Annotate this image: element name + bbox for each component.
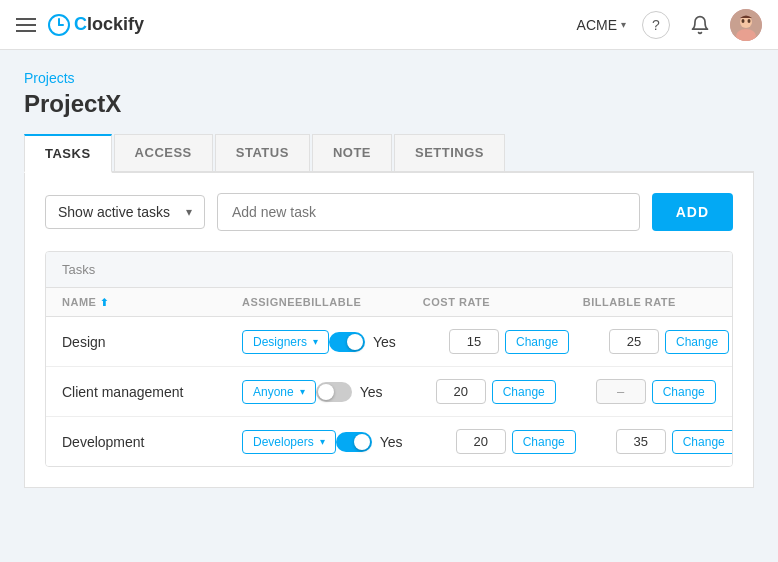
cost-rate-input[interactable] [456,429,506,454]
table-row: Client management Anyone ▾ Yes Change [46,367,732,417]
billable-label: Yes [360,384,383,400]
tasks-table: Tasks NAME ⬆ ASSIGNEE BILLABLE COST RATE… [45,251,733,467]
billable-rate-input[interactable] [609,329,659,354]
filter-arrow: ▾ [186,205,192,219]
task-name: Development [62,434,242,450]
workspace-arrow: ▾ [621,19,626,30]
cost-rate-input[interactable] [449,329,499,354]
header: Clockify ACME ▾ ? [0,0,778,50]
toolbar: Show active tasks ▾ ADD [45,193,733,231]
col-cost-rate: COST RATE [423,296,583,308]
billable-label: Yes [373,334,396,350]
sort-icon: ⬆ [100,297,109,308]
col-billable-rate: BILLABLE RATE [583,296,733,308]
tab-access[interactable]: ACCESS [114,134,213,171]
billable-toggle[interactable] [316,382,352,402]
col-billable: BILLABLE [303,296,423,308]
add-task-button[interactable]: ADD [652,193,733,231]
task-name: Client management [62,384,242,400]
workspace-selector[interactable]: ACME ▾ [577,17,626,33]
assignee-cell: Anyone ▾ [242,380,316,404]
cost-rate-input[interactable] [436,379,486,404]
logo-text: Clockify [74,14,144,35]
column-headers: NAME ⬆ ASSIGNEE BILLABLE COST RATE BILLA… [46,288,732,317]
billable-rate-change-button[interactable]: Change [672,430,733,454]
assignee-button[interactable]: Anyone ▾ [242,380,316,404]
billable-rate-input[interactable] [616,429,666,454]
billable-cell: Yes [329,332,449,352]
billable-rate-cell: Change [616,429,733,454]
cost-rate-change-button[interactable]: Change [505,330,569,354]
billable-cell: Yes [336,432,456,452]
svg-point-7 [748,19,751,23]
assignee-button[interactable]: Developers ▾ [242,430,336,454]
tasks-section-header: Tasks [46,252,732,288]
billable-rate-cell: Change [609,329,733,354]
content-card: Show active tasks ▾ ADD Tasks NAME ⬆ ASS… [24,173,754,488]
billable-cell: Yes [316,382,436,402]
billable-rate-input[interactable] [596,379,646,404]
cost-rate-cell: Change [456,429,616,454]
col-name: NAME ⬆ [62,296,242,308]
header-right: ACME ▾ ? [577,9,762,41]
svg-point-6 [742,19,745,23]
avatar[interactable] [730,9,762,41]
billable-rate-change-button[interactable]: Change [665,330,729,354]
col-assignee: ASSIGNEE [242,296,303,308]
cost-rate-change-button[interactable]: Change [492,380,556,404]
assignee-arrow-icon: ▾ [313,336,318,347]
billable-toggle[interactable] [336,432,372,452]
billable-rate-cell: Change [596,379,733,404]
assignee-arrow-icon: ▾ [300,386,305,397]
assignee-cell: Designers ▾ [242,330,329,354]
header-left: Clockify [16,14,144,36]
table-row: Development Developers ▾ Yes Change [46,417,732,466]
cost-rate-cell: Change [449,329,609,354]
logo: Clockify [48,14,144,36]
new-task-input[interactable] [217,193,640,231]
hamburger-icon[interactable] [16,18,36,32]
tabs-bar: TASKS ACCESS STATUS NOTE SETTINGS [24,134,754,173]
tab-settings[interactable]: SETTINGS [394,134,505,171]
billable-toggle[interactable] [329,332,365,352]
assignee-arrow-icon: ▾ [320,436,325,447]
help-icon[interactable]: ? [642,11,670,39]
billable-label: Yes [380,434,403,450]
cost-rate-change-button[interactable]: Change [512,430,576,454]
page-title: ProjectX [24,90,754,118]
assignee-cell: Developers ▾ [242,430,336,454]
billable-rate-change-button[interactable]: Change [652,380,716,404]
bell-icon[interactable] [686,11,714,39]
table-row: Design Designers ▾ Yes Change [46,317,732,367]
tab-tasks[interactable]: TASKS [24,134,112,173]
filter-dropdown[interactable]: Show active tasks ▾ [45,195,205,229]
clockify-logo-icon [48,14,70,36]
task-name: Design [62,334,242,350]
tab-status[interactable]: STATUS [215,134,310,171]
assignee-button[interactable]: Designers ▾ [242,330,329,354]
page-content: Projects ProjectX TASKS ACCESS STATUS NO… [0,50,778,508]
tab-note[interactable]: NOTE [312,134,392,171]
cost-rate-cell: Change [436,379,596,404]
breadcrumb[interactable]: Projects [24,70,754,86]
